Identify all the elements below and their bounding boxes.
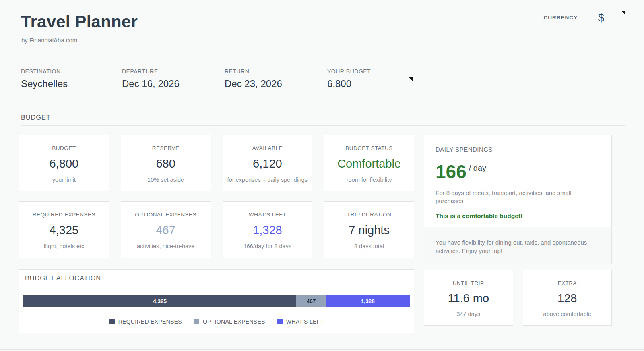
return-value[interactable]: Dec 23, 2026: [225, 78, 327, 89]
trip-field-return: RETURN Dec 23, 2026: [225, 68, 327, 89]
card-subtitle: your limit: [23, 177, 105, 183]
section-divider: [21, 125, 625, 126]
card-subtitle: above comfortable: [526, 311, 609, 317]
card-value: 128: [526, 292, 609, 305]
card-value: 680: [124, 157, 207, 170]
daily-spendings-main: DAILY SPENDINGS 166 / day For 8 days of …: [424, 135, 611, 227]
card-until-trip: UNTIL TRIP 11.6 mo 347 days: [424, 270, 513, 326]
card-subtitle: 10% set aside: [124, 177, 207, 183]
card-title: BUDGET STATUS: [328, 145, 411, 151]
bar-segment: 1,328: [326, 295, 410, 307]
card-optional-expenses: OPTIONAL EXPENSES 467 activities, nice-t…: [121, 201, 211, 258]
budget-allocation-panel: BUDGET ALLOCATION 4,3254671,328 REQUIRED…: [19, 269, 414, 333]
card-subtitle: activities, nice-to-have: [124, 243, 207, 249]
card-budget-status: BUDGET STATUS Comfortable room for flexi…: [324, 135, 414, 191]
trip-field-budget: YOUR BUDGET 6,800: [327, 68, 424, 89]
daily-amount-row: 166 / day: [436, 162, 600, 181]
allocation-bar: 4,3254671,328: [23, 295, 410, 307]
card-value: 11.6 mo: [427, 292, 510, 305]
legend-swatch-icon: [277, 319, 283, 324]
card-value: 4,325: [23, 224, 105, 237]
budget-grid: BUDGET 6,800 your limit RESERVE 680 10% …: [19, 135, 612, 264]
legend-item: WHAT'S LEFT: [277, 318, 324, 325]
field-label: DESTINATION: [21, 68, 122, 75]
card-budget: BUDGET 6,800 your limit: [19, 135, 109, 191]
budget-allocation-title: BUDGET ALLOCATION: [25, 274, 410, 282]
card-title: TRIP DURATION: [328, 212, 411, 218]
daily-amount: 166: [436, 162, 466, 181]
daily-spendings-title: DAILY SPENDINGS: [436, 146, 600, 153]
card-subtitle: room for flexibility: [328, 177, 411, 183]
currency-label: CURRENCY: [543, 15, 578, 21]
trip-info-row: DESTINATION Seychelles DEPARTURE Dec 16,…: [21, 68, 424, 89]
trip-field-departure: DEPARTURE Dec 16, 2026: [122, 68, 225, 89]
card-subtitle: for expenses + daily spendings: [226, 177, 309, 183]
card-reserve: RESERVE 680 10% set aside: [121, 135, 211, 191]
card-required-expenses: REQUIRED EXPENSES 4,325 flight, hotels e…: [19, 201, 109, 258]
card-title: WHAT'S LEFT: [226, 212, 309, 218]
card-value: Comfortable: [328, 157, 411, 170]
card-value: 6,800: [23, 157, 105, 170]
byline: by FinancialAha.com: [21, 37, 77, 44]
page-bottom-edge: [0, 349, 644, 350]
card-value: 7 nights: [328, 224, 411, 237]
destination-value[interactable]: Seychelles: [21, 78, 122, 89]
card-subtitle: flight, hotels etc: [23, 243, 105, 249]
your-budget-value[interactable]: 6,800: [327, 78, 424, 89]
budget-section-title: BUDGET: [21, 114, 51, 121]
legend-label: REQUIRED EXPENSES: [118, 318, 182, 325]
card-subtitle: 166/day for 8 days: [226, 243, 309, 249]
card-title: RESERVE: [124, 145, 207, 151]
bar-segment: 4,325: [23, 295, 296, 307]
currency-value[interactable]: $: [598, 12, 604, 24]
card-trip-duration: TRIP DURATION 7 nights 8 days total: [324, 201, 414, 258]
card-subtitle: 347 days: [427, 311, 510, 317]
card-title: OPTIONAL EXPENSES: [124, 212, 207, 218]
legend-item: REQUIRED EXPENSES: [109, 318, 182, 325]
card-title: BUDGET: [23, 145, 105, 151]
bar-segment: 467: [296, 295, 326, 307]
trip-field-destination: DESTINATION Seychelles: [21, 68, 122, 89]
legend-swatch-icon: [109, 319, 115, 324]
card-title: EXTRA: [526, 280, 609, 286]
daily-footnote: You have flexibility for dining out, tax…: [436, 238, 600, 255]
page-title: Travel Planner: [21, 12, 138, 31]
card-subtitle: 8 days total: [328, 243, 411, 249]
cell-note-marker-icon[interactable]: [621, 11, 625, 15]
budget-cards: BUDGET 6,800 your limit RESERVE 680 10% …: [19, 135, 414, 258]
legend-swatch-icon: [194, 319, 199, 324]
card-title: AVAILABLE: [226, 145, 309, 151]
field-label: YOUR BUDGET: [327, 68, 424, 75]
daily-per-day-label: / day: [469, 164, 486, 173]
field-label: RETURN: [225, 68, 327, 75]
travel-planner-page: Travel Planner by FinancialAha.com CURRE…: [0, 0, 644, 351]
departure-value[interactable]: Dec 16, 2026: [122, 78, 225, 89]
legend-item: OPTIONAL EXPENSES: [194, 318, 265, 325]
card-value: 467: [124, 224, 207, 237]
daily-spendings-footer: You have flexibility for dining out, tax…: [424, 227, 611, 264]
field-label: DEPARTURE: [122, 68, 225, 75]
card-extra: EXTRA 128 above comfortable: [523, 270, 612, 326]
card-value: 1,328: [226, 224, 309, 237]
legend-label: OPTIONAL EXPENSES: [203, 318, 265, 325]
daily-spendings-panel: DAILY SPENDINGS 166 / day For 8 days of …: [424, 135, 612, 264]
daily-description: For 8 days of meals, transport, activiti…: [436, 189, 590, 206]
card-title: UNTIL TRIP: [427, 280, 510, 286]
allocation-legend: REQUIRED EXPENSESOPTIONAL EXPENSESWHAT'S…: [23, 318, 410, 325]
card-value: 6,120: [226, 157, 309, 170]
card-title: REQUIRED EXPENSES: [23, 212, 105, 218]
daily-status-note: This is a comfortable budget!: [436, 212, 600, 220]
legend-label: WHAT'S LEFT: [286, 318, 324, 325]
footer-cards: UNTIL TRIP 11.6 mo 347 days EXTRA 128 ab…: [424, 270, 612, 326]
bottom-row: BUDGET ALLOCATION 4,3254671,328 REQUIRED…: [19, 269, 612, 333]
card-whats-left: WHAT'S LEFT 1,328 166/day for 8 days: [223, 201, 313, 258]
card-available: AVAILABLE 6,120 for expenses + daily spe…: [223, 135, 313, 191]
